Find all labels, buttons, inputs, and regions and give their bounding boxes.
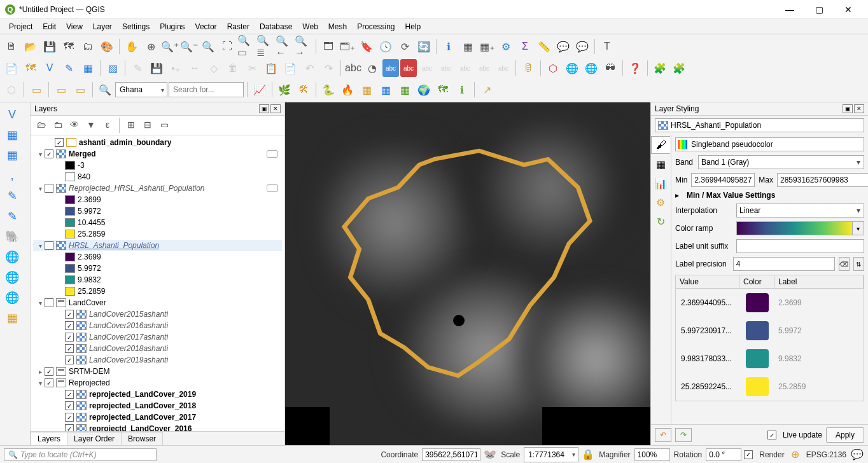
add-vector-icon[interactable]: 📄 — [3, 59, 20, 77]
maximize-button[interactable]: ▢ — [804, 0, 834, 19]
plugin-orange-icon[interactable]: ▦ — [358, 81, 375, 99]
layer-row[interactable]: LandCover2018ashanti — [33, 343, 282, 354]
new-map-view-icon[interactable]: 🗔 — [319, 38, 337, 55]
menu-vector[interactable]: Vector — [190, 19, 222, 34]
render-checkbox[interactable] — [744, 450, 753, 459]
value-cell[interactable]: 9.983178033... — [676, 354, 739, 363]
map-canvas[interactable] — [285, 102, 650, 445]
add-spatialite-icon[interactable]: ✎ — [3, 208, 22, 225]
rendering-tab-icon[interactable]: ⚙ — [651, 193, 670, 211]
delete-selected-icon[interactable]: 🗑 — [224, 59, 242, 77]
suffix-input[interactable] — [736, 239, 864, 253]
hide-labels-icon[interactable]: abc — [400, 59, 417, 77]
layer-row[interactable]: reprojectd_LandCover_2016 — [33, 423, 282, 431]
map-tips-icon[interactable]: 💬 — [554, 38, 572, 55]
label-cell[interactable]: 9.9832 — [774, 354, 864, 363]
transparency-tab-icon[interactable]: ▦ — [651, 155, 670, 173]
visibility-checkbox[interactable] — [65, 356, 74, 364]
save-project-icon[interactable]: 💾 — [41, 38, 59, 55]
location-search-input[interactable] — [169, 82, 244, 97]
indicator-icon[interactable] — [267, 150, 278, 158]
layer-row[interactable]: reprojected_LandCover_2017 — [33, 411, 282, 423]
color-ramp-menu-button[interactable]: ▾ — [853, 221, 864, 235]
nominatim-icon[interactable]: 🔍 — [96, 81, 114, 99]
menu-processing[interactable]: Processing — [352, 19, 400, 34]
diagram-icon[interactable]: ◔ — [363, 59, 381, 77]
grass-tools-icon[interactable]: 🛠 — [295, 81, 312, 99]
menu-mesh[interactable]: Mesh — [323, 19, 352, 34]
close-button[interactable]: ✕ — [834, 0, 863, 19]
new-shapefile-icon[interactable]: V — [41, 59, 59, 77]
label-icon[interactable]: abc — [344, 59, 362, 77]
annotation-icon[interactable]: 💬 — [573, 38, 591, 55]
change-label-icon[interactable]: abc — [494, 59, 512, 77]
layer-row[interactable]: 10.4455 — [33, 217, 282, 228]
add-group-icon[interactable]: 🗀 — [51, 118, 65, 132]
coordinate-input[interactable] — [422, 448, 480, 461]
add-wcs-icon[interactable]: 🌐 — [3, 289, 22, 306]
style-back-button[interactable]: ↶ — [655, 428, 671, 442]
snapping-icon[interactable]: ⬡ — [3, 81, 20, 99]
plugin-map-icon[interactable]: 🗺 — [434, 81, 452, 99]
filter-legend-icon[interactable]: ▼ — [84, 118, 98, 132]
show-pinned-icon[interactable]: abc — [437, 59, 455, 77]
plugin-fire-icon[interactable]: 🔥 — [339, 81, 356, 99]
style-forward-button[interactable]: ↷ — [675, 428, 692, 442]
menu-plugins[interactable]: Plugins — [155, 19, 190, 34]
grass-icon[interactable]: 🌿 — [276, 81, 293, 99]
color-table-row[interactable]: 9.983178033...9.9832 — [676, 345, 864, 373]
color-swatch[interactable] — [746, 321, 769, 340]
georeferencer-icon[interactable]: ⬡ — [544, 59, 562, 77]
plugin-arrow-icon[interactable]: ↗ — [478, 81, 496, 99]
value-cell[interactable]: 25.28592245... — [676, 382, 739, 391]
collapse-all-icon[interactable]: ⊟ — [141, 118, 155, 132]
label-cell[interactable]: 2.3699 — [774, 298, 864, 307]
manage-visibility-icon[interactable]: 👁 — [67, 118, 81, 132]
zoom-selection-icon[interactable]: 🔍▭ — [237, 38, 255, 55]
metasearch2-icon[interactable]: 🌐 — [582, 59, 600, 77]
layer-row[interactable]: ▾Reprojected — [33, 377, 282, 389]
layer-row[interactable]: ▾Reprojected_HRSL_Ashanti_Population — [33, 183, 282, 194]
layer-row[interactable]: 2.3699 — [33, 251, 282, 263]
metasearch-icon[interactable]: 🌐 — [563, 59, 581, 77]
select-all-icon[interactable]: ▭ — [71, 81, 89, 99]
menu-help[interactable]: Help — [400, 19, 426, 34]
color-ramp[interactable] — [736, 221, 853, 235]
precision-spinner-icon[interactable]: ⇅ — [853, 257, 864, 271]
pan-icon[interactable]: ✋ — [123, 38, 141, 55]
menu-web[interactable]: Web — [297, 19, 323, 34]
visibility-checkbox[interactable] — [65, 390, 74, 399]
layer-row[interactable]: LandCover2016ashanti — [33, 320, 282, 331]
new-print-layout-icon[interactable]: 🗺 — [60, 38, 78, 55]
expand-icon[interactable]: ▾ — [36, 151, 45, 158]
paste-icon[interactable]: 📄 — [281, 59, 299, 77]
expand-icon[interactable]: ▾ — [36, 300, 45, 307]
visibility-checkbox[interactable] — [65, 401, 74, 410]
new-project-icon[interactable]: 🗎 — [3, 38, 20, 55]
expand-all-icon[interactable]: ⊞ — [124, 118, 138, 132]
color-swatch[interactable] — [746, 293, 769, 312]
measure-icon[interactable]: 📏 — [535, 38, 553, 55]
menu-layer[interactable]: Layer — [88, 19, 117, 34]
expand-icon[interactable]: ▾ — [36, 185, 45, 192]
visibility-checkbox[interactable] — [65, 424, 74, 431]
location-combo[interactable]: Ghana — [115, 82, 167, 97]
field-calc-icon[interactable]: ▦₊ — [478, 38, 496, 55]
color-table-row[interactable]: 5.997230917...5.9972 — [676, 317, 864, 345]
identify-icon[interactable]: ℹ — [440, 38, 458, 55]
layer-row[interactable]: LandCover2019ashanti — [33, 354, 282, 366]
menu-project[interactable]: Project — [4, 19, 38, 34]
pin-labels-icon[interactable]: abc — [418, 59, 436, 77]
symbology-tab-icon[interactable]: 🖌 — [651, 136, 670, 154]
add-wms-icon[interactable]: 🌐 — [3, 269, 22, 286]
add-raster-layer-icon[interactable]: ▦ — [3, 127, 22, 143]
menu-view[interactable]: View — [61, 19, 88, 34]
style-manager-icon[interactable]: 🎨 — [98, 38, 116, 55]
plugin-green-icon[interactable]: ▦ — [396, 81, 414, 99]
tab-layers[interactable]: Layers — [31, 432, 67, 445]
layer-row[interactable]: 5.9972 — [33, 205, 282, 217]
color-table-row[interactable]: 2.369944095...2.3699 — [676, 289, 864, 317]
label-cell[interactable]: 25.2859 — [774, 382, 864, 391]
zoom-native-icon[interactable]: 🔍 — [199, 38, 217, 55]
stats-icon[interactable]: Σ — [516, 38, 534, 55]
